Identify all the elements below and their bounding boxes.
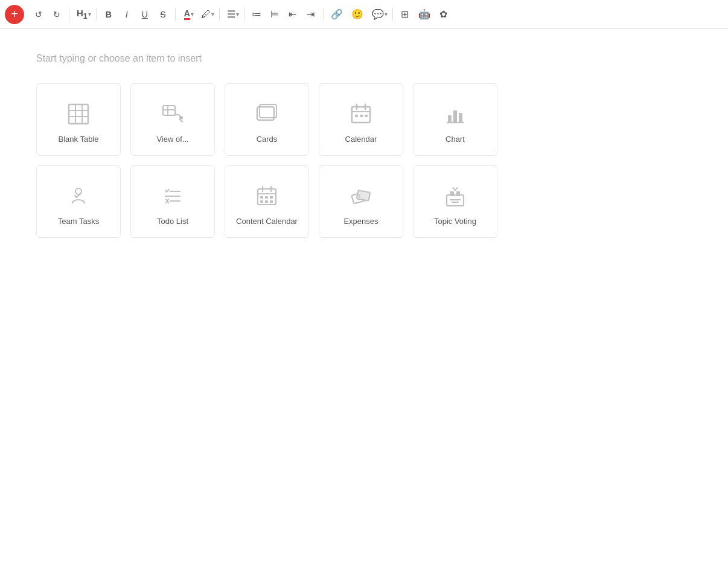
- expenses-label: Expenses: [343, 217, 378, 226]
- indent-icon: ⇥: [307, 8, 315, 20]
- svg-rect-45: [456, 191, 460, 196]
- cards-card[interactable]: Cards: [225, 83, 309, 156]
- calendar-icon: [350, 101, 372, 127]
- content-calendar-icon: [256, 183, 278, 209]
- align-button[interactable]: ☰ ▾: [223, 5, 240, 24]
- redo-icon: ↻: [53, 10, 60, 19]
- undo-button[interactable]: ↺: [30, 5, 47, 24]
- font-color-button[interactable]: A ▾: [179, 5, 196, 24]
- bullet-list-icon: ≔: [252, 8, 261, 20]
- sep-1: [69, 8, 69, 21]
- svg-rect-39: [270, 200, 273, 203]
- strikethrough-button[interactable]: S: [155, 5, 171, 24]
- view-of-card[interactable]: View of...: [130, 83, 215, 156]
- cards-label: Cards: [257, 135, 278, 144]
- comment-button[interactable]: 💬 ▾: [368, 5, 389, 24]
- bot-button[interactable]: 🤖: [415, 5, 434, 24]
- blank-table-icon: [68, 101, 89, 127]
- numbered-list-icon: ⊨: [270, 8, 279, 20]
- svg-line-9: [180, 120, 182, 122]
- plus-icon: +: [11, 7, 18, 21]
- svg-rect-0: [69, 104, 88, 124]
- link-icon: 🔗: [331, 8, 343, 20]
- team-tasks-label: Team Tasks: [58, 217, 99, 226]
- svg-rect-21: [453, 110, 457, 123]
- bullet-list-button[interactable]: ≔: [248, 5, 265, 24]
- align-icon: ☰: [227, 8, 235, 20]
- highlight-button[interactable]: 🖊 ▾: [197, 5, 216, 24]
- bold-button[interactable]: B: [100, 5, 117, 24]
- add-button[interactable]: +: [5, 5, 24, 24]
- align-chevron: ▾: [236, 11, 239, 18]
- heading-chevron: ▾: [88, 11, 91, 18]
- sep-5: [244, 8, 244, 21]
- placeholder-text: Start typing or choose an item to insert: [36, 53, 692, 64]
- bold-icon: B: [106, 10, 112, 19]
- svg-text:$: $: [358, 193, 361, 199]
- share-button[interactable]: ✿: [435, 5, 452, 24]
- chart-card[interactable]: Chart: [413, 83, 497, 156]
- font-color-icon: A: [184, 8, 190, 20]
- svg-rect-5: [163, 106, 175, 115]
- comment-icon: 💬: [372, 8, 384, 20]
- table-view-icon: ⊞: [401, 8, 409, 20]
- toolbar: + ↺ ↻ H1 ▾ B I U S A ▾ 🖊 ▾ ☰ ▾ ≔ ⊨: [0, 0, 728, 29]
- chart-label: Chart: [445, 135, 465, 144]
- item-grid: Blank Table View of...: [36, 83, 692, 238]
- svg-rect-16: [355, 115, 358, 117]
- svg-rect-17: [360, 115, 363, 117]
- calendar-card[interactable]: Calendar: [319, 83, 403, 156]
- emoji-button[interactable]: 🙂: [348, 5, 367, 24]
- expenses-card[interactable]: $ Expenses: [319, 165, 403, 238]
- main-content: Start typing or choose an item to insert…: [0, 29, 728, 571]
- todo-list-card[interactable]: Todo List: [130, 165, 215, 238]
- calendar-label: Calendar: [345, 135, 377, 144]
- topic-voting-card[interactable]: Topic Voting: [413, 165, 497, 238]
- heading-icon: H1: [77, 8, 88, 21]
- font-color-chevron: ▾: [191, 11, 194, 18]
- emoji-icon: 🙂: [351, 8, 363, 20]
- heading-button[interactable]: H1 ▾: [73, 5, 92, 24]
- svg-rect-38: [265, 200, 268, 203]
- indent-button[interactable]: ⇥: [302, 5, 319, 24]
- table-view-button[interactable]: ⊞: [397, 5, 413, 24]
- sep-7: [392, 8, 393, 21]
- blank-table-card[interactable]: Blank Table: [36, 83, 121, 156]
- svg-rect-36: [270, 196, 273, 199]
- undo-icon: ↺: [35, 10, 42, 19]
- italic-button[interactable]: I: [118, 5, 135, 24]
- svg-rect-18: [365, 115, 368, 117]
- sep-6: [323, 8, 324, 21]
- topic-voting-label: Topic Voting: [434, 217, 476, 226]
- content-calendar-label: Content Calendar: [236, 217, 298, 226]
- outdent-button[interactable]: ⇤: [284, 5, 301, 24]
- team-tasks-card[interactable]: Team Tasks: [36, 165, 121, 238]
- todo-list-icon: [162, 183, 184, 209]
- italic-icon: I: [126, 10, 128, 19]
- underline-button[interactable]: U: [136, 5, 153, 24]
- svg-rect-34: [260, 196, 263, 199]
- todo-list-label: Todo List: [157, 217, 188, 226]
- underline-icon: U: [142, 10, 148, 19]
- sep-2: [96, 8, 97, 21]
- content-calendar-card[interactable]: Content Calendar: [225, 165, 309, 238]
- view-of-label: View of...: [156, 135, 188, 144]
- highlight-icon: 🖊: [201, 9, 211, 20]
- topic-voting-icon: [444, 183, 466, 209]
- bot-icon: 🤖: [418, 8, 430, 20]
- svg-rect-44: [450, 191, 454, 196]
- svg-rect-37: [260, 200, 263, 203]
- outdent-icon: ⇤: [289, 8, 296, 20]
- share-icon: ✿: [439, 8, 447, 20]
- numbered-list-button[interactable]: ⊨: [266, 5, 283, 24]
- link-button[interactable]: 🔗: [327, 5, 346, 24]
- expenses-icon: $: [350, 183, 372, 209]
- chart-icon: [444, 101, 466, 127]
- svg-rect-20: [448, 115, 452, 123]
- strikethrough-icon: S: [160, 10, 165, 19]
- comment-chevron: ▾: [385, 11, 388, 18]
- svg-rect-22: [459, 113, 462, 123]
- blank-table-label: Blank Table: [59, 135, 99, 144]
- view-of-icon: [162, 101, 184, 127]
- redo-button[interactable]: ↻: [48, 5, 65, 24]
